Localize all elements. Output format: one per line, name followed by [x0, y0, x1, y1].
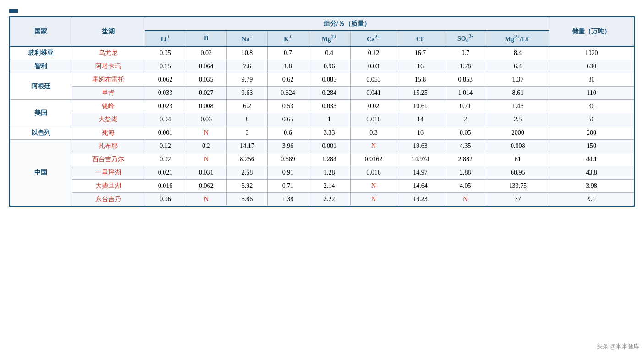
cell-li: 0.001 [145, 126, 186, 140]
cell-so4: 0.05 [444, 126, 487, 140]
cell-lake: 银峰 [72, 100, 145, 113]
cell-li: 0.021 [145, 166, 186, 180]
cell-cl: 14.64 [397, 180, 444, 193]
cell-storage: 200 [549, 126, 634, 140]
cell-cl: 16 [397, 60, 444, 73]
col-na: Na+ [226, 31, 267, 46]
cell-b: 0.008 [186, 100, 226, 113]
cell-na: 8.256 [226, 153, 267, 166]
cell-na: 7.6 [226, 60, 267, 73]
cell-ratio: 1.37 [487, 73, 549, 87]
cell-so4: 2.88 [444, 166, 487, 180]
col-country: 国家 [10, 17, 72, 46]
cell-ratio: 2.5 [487, 113, 549, 126]
cell-lake: 西台吉乃尔 [72, 153, 145, 166]
cell-na: 6.2 [226, 100, 267, 113]
cell-ratio: 8.61 [487, 87, 549, 100]
cell-ca: 0.016 [350, 166, 397, 180]
cell-cl: 10.61 [397, 100, 444, 113]
cell-ratio: 0.008 [487, 140, 549, 153]
cell-so4: 4.35 [444, 140, 487, 153]
n-value: N [204, 156, 209, 163]
cell-mg: 2.22 [308, 193, 350, 207]
cell-k: 0.53 [268, 100, 308, 113]
cell-ca: 0.12 [350, 46, 397, 60]
col-composition: 组分/％（质量） [145, 17, 549, 31]
cell-so4: 4.05 [444, 180, 487, 193]
table-row: 一里坪湖0.0210.0312.580.911.280.01614.972.88… [10, 166, 634, 180]
n-value: N [371, 196, 376, 202]
cell-na: 10.8 [226, 46, 267, 60]
cell-storage: 80 [549, 73, 634, 87]
main-table: 国家 盐湖 组分/％（质量） 储量（万吨） Li+ B Na+ K+ Mg2+ … [9, 16, 635, 207]
cell-ca: 0.053 [350, 73, 397, 87]
table-label [9, 9, 18, 13]
cell-k: 1.38 [268, 193, 308, 207]
cell-k: 0.65 [268, 113, 308, 126]
cell-storage: 150 [549, 140, 634, 153]
cell-lake: 里肯 [72, 87, 145, 100]
table-header-row: 国家 盐湖 组分/％（质量） 储量（万吨） [10, 17, 634, 31]
cell-k: 0.624 [268, 87, 308, 100]
cell-mg: 3.33 [308, 126, 350, 140]
cell-ca: N [350, 180, 397, 193]
cell-so4: 1.014 [444, 87, 487, 100]
cell-mg: 0.033 [308, 100, 350, 113]
cell-na: 9.63 [226, 87, 267, 100]
cell-k: 0.91 [268, 166, 308, 180]
cell-b: 0.027 [186, 87, 226, 100]
cell-b: N [186, 126, 226, 140]
cell-storage: 44.1 [549, 153, 634, 166]
cell-k: 1.8 [268, 60, 308, 73]
cell-na: 3 [226, 126, 267, 140]
cell-mg: 0.001 [308, 140, 350, 153]
cell-mg: 1.284 [308, 153, 350, 166]
cell-cl: 16 [397, 126, 444, 140]
cell-mg: 0.085 [308, 73, 350, 87]
cell-lake: 一里坪湖 [72, 166, 145, 180]
cell-li: 0.15 [145, 60, 186, 73]
cell-mg: 2.14 [308, 180, 350, 193]
cell-lake: 死海 [72, 126, 145, 140]
cell-lake: 东台吉乃 [72, 193, 145, 207]
cell-ca: 0.041 [350, 87, 397, 100]
cell-na: 9.79 [226, 73, 267, 87]
cell-ca: 0.03 [350, 60, 397, 73]
cell-mg: 0.96 [308, 60, 350, 73]
cell-lake: 阿塔卡玛 [72, 60, 145, 73]
cell-lake: 扎布耶 [72, 140, 145, 153]
cell-b: 0.035 [186, 73, 226, 87]
table-row: 玻利维亚乌尤尼0.050.0210.80.70.40.1216.70.78.41… [10, 46, 634, 60]
cell-b: 0.02 [186, 46, 226, 60]
table-row: 大盐湖0.040.0680.6510.0161422.550 [10, 113, 634, 126]
cell-b: 0.031 [186, 166, 226, 180]
cell-country: 阿根廷 [10, 73, 72, 100]
cell-li: 0.12 [145, 140, 186, 153]
cell-ratio: 1.43 [487, 100, 549, 113]
table-row: 东台吉乃0.06N6.861.382.22N14.23N379.1 [10, 193, 634, 207]
cell-cl: 15.8 [397, 73, 444, 87]
cell-storage: 3.98 [549, 180, 634, 193]
cell-b: 0.064 [186, 60, 226, 73]
cell-na: 14.17 [226, 140, 267, 153]
cell-lake: 霍姆布雷托 [72, 73, 145, 87]
col-so4: SO42- [444, 31, 487, 46]
cell-ca: N [350, 140, 397, 153]
cell-cl: 14 [397, 113, 444, 126]
col-cl: Cl- [397, 31, 444, 46]
cell-cl: 14.974 [397, 153, 444, 166]
table-row: 以色列死海0.001N30.63.330.3160.052000200 [10, 126, 634, 140]
cell-country: 以色列 [10, 126, 72, 140]
table-row: 大柴旦湖0.0160.0626.920.712.14N14.644.05133.… [10, 180, 634, 193]
cell-b: N [186, 193, 226, 207]
cell-so4: 2 [444, 113, 487, 126]
cell-k: 0.71 [268, 180, 308, 193]
table-row: 智利阿塔卡玛0.150.0647.61.80.960.03161.786.463… [10, 60, 634, 73]
cell-ratio: 37 [487, 193, 549, 207]
cell-country: 智利 [10, 60, 72, 73]
table-row: 里肯0.0330.0279.630.6240.2840.04115.251.01… [10, 87, 634, 100]
cell-ratio: 60.95 [487, 166, 549, 180]
col-k: K+ [268, 31, 308, 46]
page-wrapper: 国家 盐湖 组分/％（质量） 储量（万吨） Li+ B Na+ K+ Mg2+ … [9, 9, 635, 207]
col-ca: Ca2+ [350, 31, 397, 46]
